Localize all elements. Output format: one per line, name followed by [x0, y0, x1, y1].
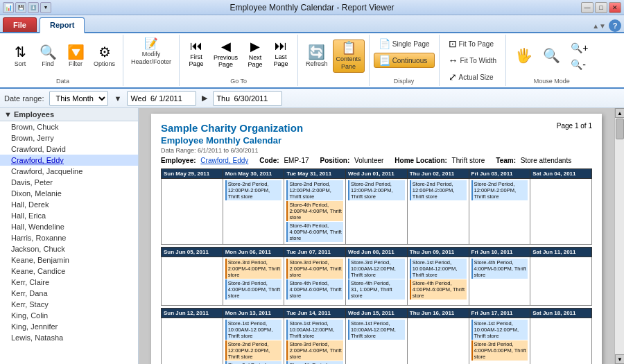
tb-icon-quick[interactable]: ▼: [40, 2, 51, 13]
employee-item[interactable]: Hall, Derek: [0, 199, 138, 210]
ribbon: ⇅ Sort 🔍 Find 🔽 Filter ⚙ Options Data 📝 …: [0, 33, 624, 89]
find-icon: 🔍: [40, 45, 57, 59]
single-page-button[interactable]: 📄 Single Page: [374, 36, 435, 51]
meta-position: Position: Volunteer: [320, 157, 384, 164]
week3-col6: Sat Jun 18, 2011: [530, 309, 592, 318]
options-button[interactable]: ⚙ Options: [90, 43, 119, 70]
toolbar-row: Date range: This Month Last Month Custom…: [0, 89, 624, 108]
employee-item[interactable]: Hall, Wendeline: [0, 221, 138, 232]
goto-buttons: ⏮ FirstPage ◀ PreviousPage ▶ NextPage ⏭ …: [184, 36, 293, 71]
week1-col3: Wed Jun 01, 2011: [346, 169, 408, 179]
employee-item[interactable]: Harris, Roxanne: [0, 232, 138, 243]
w2d2: Store-3rd Period,2:00PM-4:00PM, Thrift s…: [284, 257, 346, 306]
report-meta: Employee: Crawford, Eddy Code: EMP-17 Po…: [161, 157, 592, 164]
w3d1-event1: Store-1st Period,10:00AM-12:00PM, Thrift…: [225, 320, 282, 340]
filter-label: Filter: [69, 60, 83, 68]
employee-item[interactable]: Lewis, Natasha: [0, 332, 138, 343]
continuous-button[interactable]: 📃 Continuous: [374, 53, 435, 68]
select-mode-button[interactable]: 🖐: [510, 46, 537, 66]
to-date-input[interactable]: [213, 91, 282, 106]
week3-col0: Sun Jun 12, 2011: [162, 309, 223, 318]
employee-item[interactable]: Crawford, Eddy: [0, 155, 138, 166]
week2-col5: Fri Jun 10, 2011: [469, 248, 530, 257]
w2d1: Store-3rd Period,2:00PM-4:00PM, Thrift s…: [223, 257, 284, 306]
data-buttons: ⇅ Sort 🔍 Find 🔽 Filter ⚙ Options: [7, 36, 119, 76]
modify-group-label: [150, 76, 153, 85]
week1-col2: Tue May 31, 2011: [284, 169, 346, 179]
next-page-button[interactable]: ▶ NextPage: [243, 36, 268, 71]
refresh-button[interactable]: 🔄 Refresh: [302, 43, 331, 70]
help-button[interactable]: ?: [609, 19, 621, 32]
employee-link[interactable]: Crawford, Eddy: [200, 157, 248, 164]
scroll-thumb[interactable]: [616, 119, 624, 139]
week1-col0: Sun May 29, 2011: [162, 169, 223, 179]
w3d5: Store-1st Period,10:00AM-12:00PM, Thrift…: [469, 318, 530, 365]
last-page-button[interactable]: ⏭ LastPage: [268, 36, 293, 71]
minimize-button[interactable]: —: [581, 2, 593, 13]
w3d4: [407, 318, 469, 365]
tab-file[interactable]: File: [3, 17, 37, 32]
app-icon: 📊: [3, 2, 14, 13]
sort-button[interactable]: ⇅ Sort: [7, 43, 33, 70]
modify-header-footer-button[interactable]: 📝 Modify Header/Footer: [128, 36, 175, 68]
contents-pane-button[interactable]: 📋 Contents Pane: [333, 40, 365, 73]
employee-list: Brown, ChuckBrown, JerryCrawford, DavidC…: [0, 121, 138, 343]
maximize-button[interactable]: □: [595, 2, 607, 13]
fit-to-page-label: Fit To Page: [459, 40, 494, 48]
left-panel: ▼ Employees Brown, ChuckBrown, JerryCraw…: [0, 108, 139, 364]
find-button[interactable]: 🔍 Find: [35, 43, 61, 70]
w3d0: [162, 318, 223, 365]
filter-button[interactable]: 🔽 Filter: [62, 43, 89, 70]
zoom-out-button[interactable]: 🔍-: [566, 57, 593, 72]
fit-to-page-button[interactable]: ⊡ Fit To Page: [444, 36, 502, 51]
ribbon-group-data: ⇅ Sort 🔍 Find 🔽 Filter ⚙ Options Data: [3, 35, 123, 86]
employee-item[interactable]: Crawford, Jacqueline: [0, 166, 138, 177]
scroll-down-button[interactable]: ▼: [615, 354, 624, 364]
employee-item[interactable]: Keane, Benjamin: [0, 254, 138, 266]
employee-item[interactable]: King, Colin: [0, 310, 138, 321]
employee-item[interactable]: King, Jennifer: [0, 321, 138, 332]
week3-col5: Fri Jun 17, 2011: [469, 309, 530, 318]
w3d3: Store-1st Period,10:00AM-12:00PM, Thrift…: [346, 318, 408, 365]
scroll-up-button[interactable]: ▲: [615, 108, 624, 118]
week2-col4: Thu Jun 09, 2011: [407, 248, 469, 257]
fit-to-width-label: Fit To Width: [460, 57, 497, 64]
actual-size-label: Actual Size: [459, 73, 494, 81]
w1d5-event1: Store-2nd Period,12:00PM-2:00PM, Thrift …: [471, 180, 528, 200]
refresh-icon: 🔄: [308, 45, 325, 59]
scroll-track[interactable]: [615, 118, 624, 354]
employee-item[interactable]: Kerr, Stacy: [0, 299, 138, 310]
tab-report[interactable]: Report: [40, 17, 85, 33]
date-range-select[interactable]: This Month Last Month Custom: [49, 91, 108, 106]
actual-size-button[interactable]: ⤢ Actual Size: [444, 69, 502, 85]
employee-item[interactable]: Keane, Candice: [0, 266, 138, 277]
close-button[interactable]: ✕: [609, 2, 621, 13]
date-range-label: Date range:: [4, 94, 44, 103]
w2d2-event1: Store-3rd Period,2:00PM-4:00PM, Thrift s…: [286, 259, 343, 279]
employee-item[interactable]: Davis, Peter: [0, 177, 138, 188]
first-page-button[interactable]: ⏮ FirstPage: [184, 36, 209, 71]
data-group-label: Data: [56, 76, 69, 85]
week1-col6: Sat Jun 04, 2011: [530, 169, 592, 179]
w3d2-event3: Store-4th Period,4:00PM-6:00PM, Thrift s…: [286, 361, 343, 364]
zoom-mode-button[interactable]: 🔍: [538, 46, 564, 66]
previous-page-label: PreviousPage: [214, 54, 238, 68]
week3-row: Store-1st Period,10:00AM-12:00PM, Thrift…: [162, 318, 592, 365]
employee-item[interactable]: Kerr, Dana: [0, 288, 138, 299]
employee-item[interactable]: Brown, Jerry: [0, 132, 138, 144]
help-collapse-btn[interactable]: ▲▼: [592, 22, 606, 30]
zoom-in-button[interactable]: 🔍+: [566, 40, 593, 55]
previous-page-button[interactable]: ◀ PreviousPage: [209, 36, 242, 71]
filter-icon: 🔽: [67, 45, 85, 59]
title-bar: 📊 💾 ⬇️ ▼ Employee Monthly Calendar - Rep…: [0, 0, 624, 15]
right-scrollbar[interactable]: ▲ ▼: [614, 108, 624, 364]
employee-item[interactable]: Jackson, Chuck: [0, 243, 138, 254]
employee-item[interactable]: Hall, Erica: [0, 210, 138, 221]
fit-to-width-button[interactable]: ↔ Fit To Width: [444, 53, 502, 68]
report-date-range: Data Range: 6/1/2011 to 6/30/2011: [161, 147, 303, 154]
employee-item[interactable]: Dixon, Melanie: [0, 188, 138, 199]
from-date-input[interactable]: [127, 91, 196, 106]
employee-item[interactable]: Kerr, Claire: [0, 277, 138, 288]
employee-item[interactable]: Brown, Chuck: [0, 121, 138, 132]
employee-item[interactable]: Crawford, David: [0, 144, 138, 155]
